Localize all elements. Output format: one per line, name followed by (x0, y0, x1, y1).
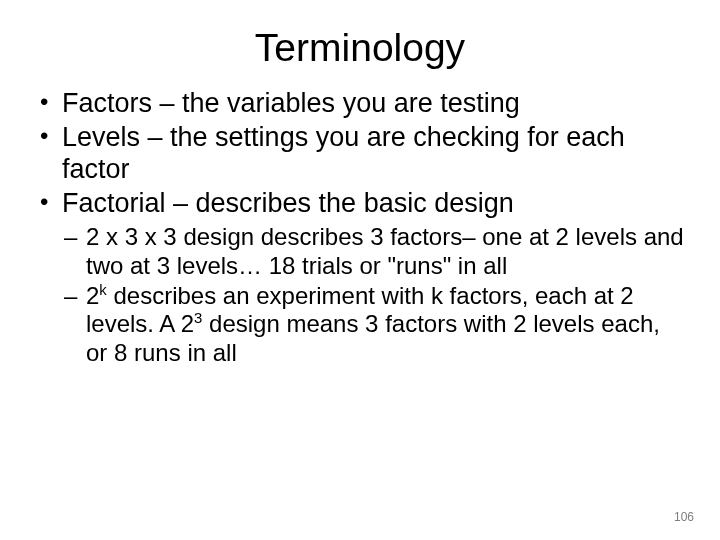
superscript-k: k (99, 282, 106, 298)
bullet-factorial: Factorial – describes the basic design (34, 188, 686, 220)
page-number: 106 (674, 510, 694, 524)
bullet-factors: Factors – the variables you are testing (34, 88, 686, 120)
slide-title: Terminology (0, 0, 720, 70)
slide-content: Factors – the variables you are testing … (0, 70, 720, 367)
text: 2 (86, 282, 99, 309)
sub-bullet-2k: 2k describes an experiment with k factor… (34, 282, 686, 367)
bullet-list: Factors – the variables you are testing … (34, 88, 686, 219)
sub-bullet-list: 2 x 3 x 3 design describes 3 factors– on… (34, 223, 686, 367)
sub-bullet-design: 2 x 3 x 3 design describes 3 factors– on… (34, 223, 686, 280)
slide: Terminology Factors – the variables you … (0, 0, 720, 540)
bullet-levels: Levels – the settings you are checking f… (34, 122, 686, 186)
